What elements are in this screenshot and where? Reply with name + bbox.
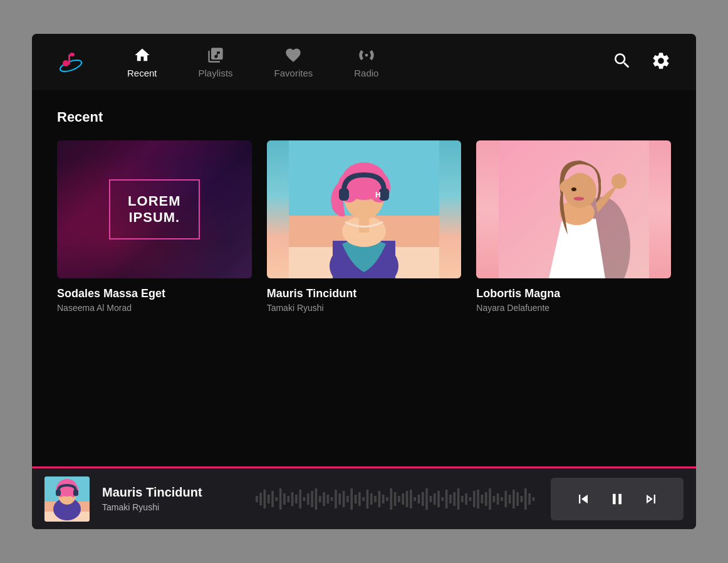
svg-rect-68 xyxy=(378,491,381,507)
svg-rect-50 xyxy=(307,493,309,505)
svg-rect-102 xyxy=(512,490,515,508)
svg-rect-90 xyxy=(465,493,468,505)
main-content: Recent LOREM IPSUM. Sodales Massa Eget N… xyxy=(32,90,696,466)
svg-rect-74 xyxy=(402,493,405,505)
svg-rect-70 xyxy=(387,497,389,501)
svg-rect-104 xyxy=(521,496,523,502)
svg-rect-42 xyxy=(276,497,278,501)
svg-rect-66 xyxy=(370,493,373,505)
svg-rect-77 xyxy=(414,497,417,501)
svg-rect-46 xyxy=(291,492,294,506)
svg-rect-81 xyxy=(430,496,432,502)
svg-rect-94 xyxy=(481,495,484,503)
card-title-1: Sodales Massa Eget xyxy=(57,287,252,300)
svg-rect-38 xyxy=(260,493,263,505)
svg-rect-97 xyxy=(493,496,496,502)
svg-rect-105 xyxy=(524,488,527,510)
svg-rect-60 xyxy=(346,496,349,502)
svg-rect-47 xyxy=(295,495,298,503)
next-button[interactable] xyxy=(637,485,665,513)
svg-rect-58 xyxy=(339,493,341,505)
svg-rect-71 xyxy=(390,488,393,510)
search-button[interactable] xyxy=(612,51,632,73)
playlist-icon xyxy=(207,46,224,64)
card-artist-1: Naseema Al Morad xyxy=(57,303,252,313)
card-image-3 xyxy=(476,140,671,278)
heart-icon xyxy=(284,46,302,64)
nav-label-playlists: Playlists xyxy=(199,68,233,78)
svg-rect-35 xyxy=(56,490,61,496)
svg-rect-87 xyxy=(454,492,456,506)
nav-right xyxy=(612,51,671,73)
top-nav: Recent Playlists Favorites Radio xyxy=(32,34,696,90)
svg-text:H: H xyxy=(375,191,381,199)
svg-rect-72 xyxy=(394,492,397,506)
player-artist: Tamaki Ryushi xyxy=(102,502,243,512)
svg-rect-52 xyxy=(315,488,318,510)
svg-rect-79 xyxy=(422,492,424,506)
nav-item-recent[interactable]: Recent xyxy=(110,40,175,85)
svg-rect-44 xyxy=(283,493,286,505)
card-sodales[interactable]: LOREM IPSUM. Sodales Massa Eget Naseema … xyxy=(57,140,252,313)
svg-rect-95 xyxy=(485,492,487,506)
svg-rect-41 xyxy=(272,491,274,507)
svg-point-26 xyxy=(574,197,584,201)
svg-rect-57 xyxy=(335,490,338,508)
player-title: Mauris Tincidunt xyxy=(102,485,243,500)
svg-point-1 xyxy=(63,60,69,66)
svg-rect-73 xyxy=(398,496,400,502)
prev-button[interactable] xyxy=(569,485,597,513)
nav-items: Recent Playlists Favorites Radio xyxy=(110,40,612,85)
svg-point-3 xyxy=(70,53,75,56)
svg-point-0 xyxy=(59,58,83,73)
svg-rect-82 xyxy=(434,493,436,505)
svg-rect-84 xyxy=(442,497,444,501)
svg-rect-99 xyxy=(501,497,504,501)
svg-rect-92 xyxy=(473,491,476,507)
nav-item-playlists[interactable]: Playlists xyxy=(181,40,251,85)
cards-row: LOREM IPSUM. Sodales Massa Eget Naseema … xyxy=(57,140,671,313)
svg-rect-54 xyxy=(323,492,326,506)
card-artist-2: Tamaki Ryushi xyxy=(267,303,462,313)
radio-icon xyxy=(358,46,375,64)
svg-rect-64 xyxy=(363,497,365,501)
card-lobortis[interactable]: Lobortis Magna Nayara Delafuente xyxy=(476,140,671,313)
svg-rect-98 xyxy=(497,493,499,505)
svg-rect-62 xyxy=(355,495,357,503)
svg-rect-88 xyxy=(457,488,460,510)
card-title-2: Mauris Tincidunt xyxy=(267,287,462,300)
section-title: Recent xyxy=(57,109,671,125)
player-thumbnail xyxy=(44,476,90,522)
lorem-line1: LOREM xyxy=(128,193,180,209)
svg-rect-86 xyxy=(449,495,452,503)
lorem-line2: IPSUM. xyxy=(128,209,180,226)
player-info: Mauris Tincidunt Tamaki Ryushi xyxy=(102,485,243,512)
svg-rect-18 xyxy=(359,217,369,233)
svg-rect-100 xyxy=(505,491,507,507)
svg-point-23 xyxy=(611,174,627,189)
card-mauris[interactable]: H Mauris Tincidunt Tamaki Ryushi xyxy=(267,140,462,313)
nav-item-favorites[interactable]: Favorites xyxy=(257,40,331,85)
svg-rect-2 xyxy=(68,55,70,65)
player-controls xyxy=(551,478,684,520)
svg-rect-59 xyxy=(343,491,345,507)
svg-rect-15 xyxy=(339,188,349,201)
nav-label-radio: Radio xyxy=(354,68,378,78)
svg-rect-101 xyxy=(509,495,511,503)
svg-rect-40 xyxy=(268,495,270,503)
svg-rect-43 xyxy=(279,488,282,510)
player-bar: Mauris Tincidunt Tamaki Ryushi xyxy=(32,466,696,529)
card-title-3: Lobortis Magna xyxy=(476,287,671,300)
pause-button[interactable] xyxy=(603,485,631,513)
card-artist-3: Nayara Delafuente xyxy=(476,303,671,313)
svg-rect-85 xyxy=(445,490,448,508)
nav-label-favorites: Favorites xyxy=(274,68,313,78)
svg-rect-45 xyxy=(288,496,290,502)
nav-item-radio[interactable]: Radio xyxy=(336,40,396,85)
svg-rect-75 xyxy=(406,491,408,507)
player-progress[interactable] xyxy=(256,480,538,518)
lorem-box: LOREM IPSUM. xyxy=(109,179,199,240)
settings-button[interactable] xyxy=(651,51,671,73)
svg-rect-53 xyxy=(319,496,321,502)
svg-rect-65 xyxy=(367,490,369,508)
